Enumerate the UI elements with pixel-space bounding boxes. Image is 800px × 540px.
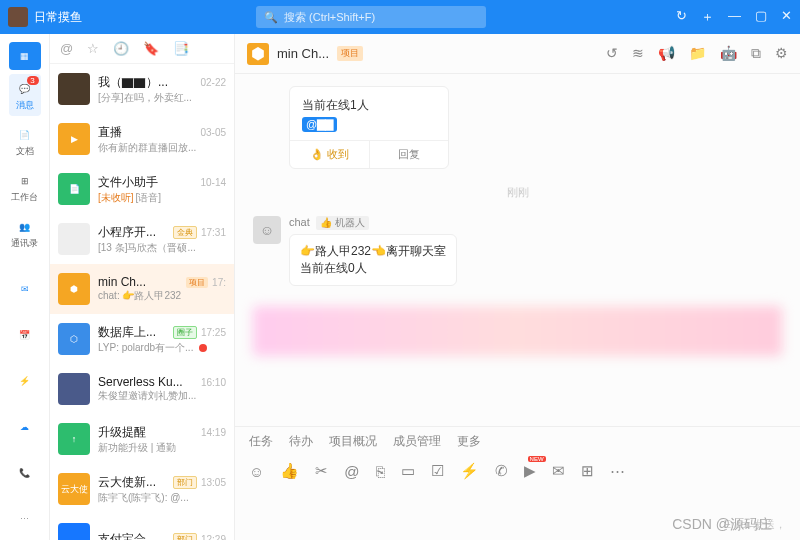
input-tabs: 任务待办项目概况成员管理更多 [235,426,800,456]
chat-item-tag: 部门 [173,533,197,541]
chat-item[interactable]: ⬢min Ch...项目17:chat: 👉路人甲232 [50,264,234,314]
chat-item-preview: LYP: polardb有一个... [98,341,226,355]
chat-item[interactable]: Serverless Ku...16:10朱俊望邀请刘礼赞加... [50,364,234,414]
chat-item-name: 我（▇▇）... [98,74,196,91]
robot-face-icon: ☺ [260,222,274,238]
call-icon[interactable]: ✆ [495,462,508,480]
chat-tag: 项目 [337,46,363,61]
nav-phone[interactable]: 📞 [9,452,41,494]
check-icon[interactable]: ☑ [431,462,444,480]
bookmark-filter-icon[interactable]: 🔖 [143,41,159,56]
chat-item-avatar [58,523,90,540]
chat-item[interactable]: 支付宝合...部门12:29 [50,514,234,540]
close-button[interactable]: ✕ [781,8,792,26]
nav-calendar[interactable]: 📅 [9,314,41,356]
envelope-icon[interactable]: ✉ [552,462,565,480]
search-input[interactable]: 🔍 搜索 (Ctrl+Shift+F) [256,6,486,28]
add-icon[interactable]: ＋ [701,8,714,26]
history-action-icon[interactable]: ↺ [606,45,618,62]
bolt-icon[interactable]: ⚡ [460,462,479,480]
thumb-icon[interactable]: 👍 [280,462,299,480]
mention-chip[interactable]: @▇▇ [302,117,337,132]
message-input[interactable]: Enter 发送， CSDN @源码庄 [235,486,800,540]
chat-item-preview: 朱俊望邀请刘礼赞加... [98,389,226,403]
scissors-icon[interactable]: ✂ [315,462,328,480]
chat-item-time: 12:29 [201,534,226,541]
clock-filter-icon[interactable]: 🕘 [113,41,129,56]
history-icon[interactable]: ↻ [676,8,687,26]
chat-item[interactable]: 我（▇▇）...02-22[分享]在吗，外卖红... [50,64,234,114]
input-tab[interactable]: 更多 [457,433,481,450]
chat-item-name: min Ch... [98,275,182,289]
chat-item-time: 17:25 [201,327,226,338]
grid2-icon[interactable]: ⊞ [581,462,594,480]
panel-icon[interactable]: ⧉ [751,45,761,62]
input-tab[interactable]: 待办 [289,433,313,450]
list-toolbar: @ ☆ 🕘 🔖 📑 [50,34,234,64]
chat-item-preview: [13 条]马欣杰（晋硕... [98,241,226,255]
forward-icon[interactable]: ⎘ [376,463,385,480]
chat-main: ⬢ min Ch... 项目 ↺ ≋ 📢 📁 🤖 ⧉ ⚙ 当前在线1人 @▇▇ [235,34,800,540]
received-button[interactable]: 👌 收到 [290,141,370,168]
chat-item-time: 17: [212,277,226,288]
at-icon[interactable]: @ [344,463,359,480]
nav-flash[interactable]: ⚡ [9,360,41,402]
composer-toolbar: ☺ 👍 ✂ @ ⎘ ▭ ☑ ⚡ ✆ ▶ ✉ ⊞ ⋯ [235,456,800,486]
emoji-icon[interactable]: ☺ [249,463,264,480]
chat-item-preview: 你有新的群直播回放... [98,141,226,155]
chat-item-time: 02-22 [200,77,226,88]
chat-item[interactable]: 小程序开...金典17:31[13 条]马欣杰（晋硕... [50,214,234,264]
user-avatar[interactable] [8,7,28,27]
input-tab[interactable]: 任务 [249,433,273,450]
robot-icon[interactable]: 🤖 [720,45,737,62]
nav-messages[interactable]: 💬 消息 3 [9,74,41,116]
unread-dot [199,344,207,352]
settings-icon[interactable]: ⚙ [775,45,788,62]
flash-icon: ⚡ [15,371,35,391]
chat-item-avatar: 📄 [58,173,90,205]
chat-item[interactable]: ▶直播03-05你有新的群直播回放... [50,114,234,164]
chat-item[interactable]: 云大使云大使新...部门13:05陈宇飞(陈宇飞): @... [50,464,234,514]
calendar-icon: 📅 [15,325,35,345]
card-icon[interactable]: ▭ [401,462,415,480]
star-filter-icon[interactable]: ☆ [87,41,99,56]
chat-item-name: 支付宝合... [98,531,169,541]
chat-item-time: 13:05 [201,477,226,488]
reply-button[interactable]: 回复 [370,141,449,168]
file-filter-icon[interactable]: 📑 [173,41,189,56]
chat-item-avatar [58,73,90,105]
phone-icon: 📞 [15,463,35,483]
nav-contacts[interactable]: 👥通讯录 [9,212,41,254]
input-tab[interactable]: 成员管理 [393,433,441,450]
redacted-content [253,306,782,356]
chat-item-tag: 部门 [173,476,197,489]
minimize-button[interactable]: — [728,8,741,26]
folder-icon[interactable]: 📁 [689,45,706,62]
at-filter-icon[interactable]: @ [60,41,73,56]
chat-item[interactable]: ↑升级提醒14:19新功能升级 | 通勤 [50,414,234,464]
chat-item[interactable]: ⬡数据库上...圈子17:25LYP: polardb有一个... [50,314,234,364]
nav-more[interactable]: ⋯ [9,498,41,540]
nav-workspace[interactable]: ⊞工作台 [9,166,41,208]
chat-item[interactable]: 📄文件小助手10-14[未收听][语音] [50,164,234,214]
chat-item-name: 文件小助手 [98,174,196,191]
nav-docs[interactable]: 📄文档 [9,120,41,162]
nav-cloud[interactable]: ☁ [9,406,41,448]
ellipsis-icon[interactable]: ⋯ [610,462,625,480]
bot-tag: 👍 机器人 [316,216,369,230]
chat-item-preview: chat: 👉路人甲232 [98,289,226,303]
chat-item-name: Serverless Ku... [98,375,197,389]
chat-item-avatar: ↑ [58,423,90,455]
layers-icon[interactable]: ≋ [632,45,644,62]
chat-item-avatar: ⬡ [58,323,90,355]
nav-apps[interactable]: ▦ [9,42,41,70]
input-tab[interactable]: 项目概况 [329,433,377,450]
megaphone-icon[interactable]: 📢 [658,45,675,62]
window-title: 日常摸鱼 [34,9,82,26]
video-icon[interactable]: ▶ [524,462,536,480]
chat-item-preview: 新功能升级 | 通勤 [98,441,226,455]
bot-message: 👉路人甲232👈离开聊天室 当前在线0人 [289,234,457,286]
nav-mail[interactable]: ✉ [9,268,41,310]
maximize-button[interactable]: ▢ [755,8,767,26]
more-icon: ⋯ [15,509,35,529]
